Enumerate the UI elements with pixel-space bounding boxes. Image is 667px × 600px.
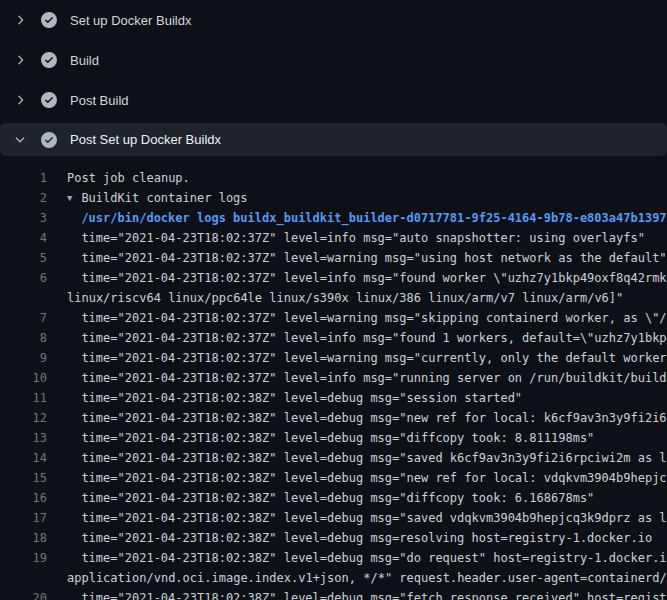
line-number[interactable]: 16	[0, 488, 47, 508]
step-label: Build	[70, 53, 99, 68]
log-line-text: Post job cleanup.	[67, 168, 190, 188]
step-row-post-build[interactable]: Post Build	[0, 80, 667, 120]
log-line: 2▼BuildKit container logs	[0, 188, 667, 208]
log-line: 15time="2021-04-23T18:02:38Z" level=debu…	[0, 468, 667, 488]
log-line: 10time="2021-04-23T18:02:37Z" level=info…	[0, 368, 667, 388]
step-label: Post Set up Docker Buildx	[70, 132, 221, 147]
log-line-text: time="2021-04-23T18:02:38Z" level=debug …	[67, 548, 667, 568]
line-number[interactable]: 4	[0, 228, 47, 248]
line-number[interactable]: 19	[0, 548, 47, 568]
line-number-empty	[0, 288, 47, 308]
log-line-text: time="2021-04-23T18:02:37Z" level=warnin…	[67, 248, 667, 268]
log-line-text: time="2021-04-23T18:02:38Z" level=debug …	[67, 388, 522, 408]
line-number[interactable]: 3	[0, 208, 47, 228]
chevron-right-icon	[13, 93, 27, 107]
line-number[interactable]: 15	[0, 468, 47, 488]
log-line-wrap-text: linux/riscv64 linux/ppc64le linux/s390x …	[67, 288, 623, 308]
log-line-text: BuildKit container logs	[81, 188, 247, 208]
log-line: 7time="2021-04-23T18:02:37Z" level=warni…	[0, 308, 667, 328]
log-line: 14time="2021-04-23T18:02:38Z" level=debu…	[0, 448, 667, 468]
log-line-text: time="2021-04-23T18:02:37Z" level=info m…	[67, 268, 667, 288]
log-line: 1Post job cleanup.	[0, 168, 667, 188]
log-line: 5time="2021-04-23T18:02:37Z" level=warni…	[0, 248, 667, 268]
steps-list: Set up Docker BuildxBuildPost BuildPost …	[0, 0, 667, 156]
log-line-text: time="2021-04-23T18:02:38Z" level=debug …	[67, 528, 652, 548]
line-number[interactable]: 13	[0, 428, 47, 448]
log-line-text: time="2021-04-23T18:02:37Z" level=info m…	[67, 368, 667, 388]
log-line-text: time="2021-04-23T18:02:38Z" level=debug …	[67, 588, 667, 600]
log-line: 17time="2021-04-23T18:02:38Z" level=debu…	[0, 508, 667, 528]
step-row-post-set-up-docker-buildx[interactable]: Post Set up Docker Buildx	[0, 123, 667, 156]
line-number[interactable]: 18	[0, 528, 47, 548]
line-number[interactable]: 2	[0, 188, 47, 208]
log-line-wrap: application/vnd.oci.image.index.v1+json,…	[0, 568, 667, 588]
actions-log-viewer: Set up Docker BuildxBuildPost BuildPost …	[0, 0, 667, 600]
line-number[interactable]: 14	[0, 448, 47, 468]
chevron-right-icon	[13, 13, 27, 27]
line-number[interactable]: 7	[0, 308, 47, 328]
line-number[interactable]: 12	[0, 408, 47, 428]
log-line: 9time="2021-04-23T18:02:37Z" level=warni…	[0, 348, 667, 368]
log-line-text: time="2021-04-23T18:02:37Z" level=warnin…	[67, 348, 667, 368]
log-command-text: /usr/bin/docker logs buildx_buildkit_bui…	[67, 208, 667, 228]
step-row-build[interactable]: Build	[0, 40, 667, 80]
log-line-text: time="2021-04-23T18:02:37Z" level=warnin…	[67, 308, 667, 328]
line-number[interactable]: 6	[0, 268, 47, 288]
log-line: 12time="2021-04-23T18:02:38Z" level=debu…	[0, 408, 667, 428]
line-number[interactable]: 1	[0, 168, 47, 188]
chevron-right-icon	[13, 53, 27, 67]
check-circle-icon	[41, 92, 57, 108]
log-line: 13time="2021-04-23T18:02:38Z" level=debu…	[0, 428, 667, 448]
log-container: 1Post job cleanup.2▼BuildKit container l…	[0, 168, 667, 600]
line-number[interactable]: 11	[0, 388, 47, 408]
line-number[interactable]: 10	[0, 368, 47, 388]
line-number[interactable]: 17	[0, 508, 47, 528]
log-line: 19time="2021-04-23T18:02:38Z" level=debu…	[0, 548, 667, 568]
step-row-set-up-docker-buildx[interactable]: Set up Docker Buildx	[0, 0, 667, 40]
log-line-text: time="2021-04-23T18:02:38Z" level=debug …	[67, 468, 667, 488]
line-number[interactable]: 20	[0, 588, 47, 600]
log-line-text: time="2021-04-23T18:02:38Z" level=debug …	[67, 428, 594, 448]
log-line: 16time="2021-04-23T18:02:38Z" level=debu…	[0, 488, 667, 508]
chevron-down-icon	[13, 133, 27, 147]
log-line: 8time="2021-04-23T18:02:37Z" level=info …	[0, 328, 667, 348]
log-line-text: time="2021-04-23T18:02:38Z" level=debug …	[67, 508, 667, 528]
line-number-empty	[0, 568, 47, 588]
log-line: 4time="2021-04-23T18:02:37Z" level=info …	[0, 228, 667, 248]
check-circle-icon	[41, 132, 57, 148]
line-number[interactable]: 8	[0, 328, 47, 348]
log-line: 20time="2021-04-23T18:02:38Z" level=debu…	[0, 588, 667, 600]
log-line-text: time="2021-04-23T18:02:37Z" level=info m…	[67, 228, 645, 248]
check-circle-icon	[41, 52, 57, 68]
log-line: 6time="2021-04-23T18:02:37Z" level=info …	[0, 268, 667, 288]
step-label: Post Build	[70, 93, 129, 108]
line-number[interactable]: 5	[0, 248, 47, 268]
check-circle-icon	[41, 12, 57, 28]
step-label: Set up Docker Buildx	[70, 13, 191, 28]
log-line: 18time="2021-04-23T18:02:38Z" level=debu…	[0, 528, 667, 548]
log-line-text: time="2021-04-23T18:02:38Z" level=debug …	[67, 488, 594, 508]
log-line: 11time="2021-04-23T18:02:38Z" level=debu…	[0, 388, 667, 408]
group-toggle-caret-icon[interactable]: ▼	[67, 188, 81, 208]
log-line-text: time="2021-04-23T18:02:38Z" level=debug …	[67, 448, 667, 468]
log-line-text: time="2021-04-23T18:02:37Z" level=info m…	[67, 328, 667, 348]
log-line-wrap-text: application/vnd.oci.image.index.v1+json,…	[67, 568, 667, 588]
log-line-text: time="2021-04-23T18:02:38Z" level=debug …	[67, 408, 667, 428]
line-number[interactable]: 9	[0, 348, 47, 368]
log-line-wrap: linux/riscv64 linux/ppc64le linux/s390x …	[0, 288, 667, 308]
log-line: 3/usr/bin/docker logs buildx_buildkit_bu…	[0, 208, 667, 228]
